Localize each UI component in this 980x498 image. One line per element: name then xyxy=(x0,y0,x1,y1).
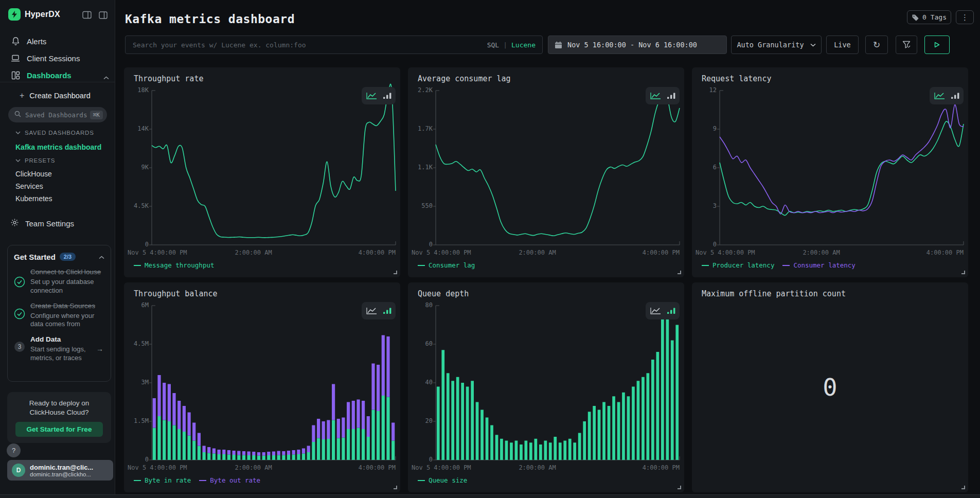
chart-panel-request-latency: Request latency129630Nov 5 4:00:00 PM2:0… xyxy=(692,67,968,277)
create-dashboard-button[interactable]: + Create Dashboard xyxy=(20,90,91,101)
sidebar-item-label: Client Sessions xyxy=(27,54,80,63)
sidebar-item-dashboards[interactable]: Dashboards xyxy=(0,68,115,82)
chevron-down-icon xyxy=(15,159,21,162)
panel-collapse-icon[interactable] xyxy=(99,11,108,21)
legend-label: Byte in rate xyxy=(145,476,191,484)
resize-handle-icon[interactable] xyxy=(961,486,965,489)
get-started-step-add-data[interactable]: 3 Add Data Start sending logs, metrics, … xyxy=(14,335,104,363)
bar-chart-icon[interactable] xyxy=(383,307,392,315)
lucene-mode-toggle[interactable]: Lucene xyxy=(511,41,536,49)
legend-item: Byte out rate xyxy=(199,476,260,484)
legend-dash xyxy=(782,265,790,266)
chart-legend: Message throughput xyxy=(134,261,214,269)
shortcut-badge: ⌘K xyxy=(90,111,103,119)
tag-icon xyxy=(912,14,919,21)
get-started-free-button[interactable]: Get Started for Free xyxy=(15,422,103,437)
legend-dash xyxy=(418,480,425,481)
user-name: dominic.tran@clic... xyxy=(30,464,93,471)
x-axis-tick-label: 4:00:00 PM xyxy=(359,249,396,256)
granularity-value: Auto Granularity xyxy=(737,41,804,49)
chart-type-toggle xyxy=(646,87,680,104)
sidebar-item-label: Alerts xyxy=(27,37,46,46)
line-chart-icon[interactable] xyxy=(650,307,662,315)
event-search-input[interactable] xyxy=(126,41,542,49)
bar-chart-icon[interactable] xyxy=(951,92,960,100)
x-axis-tick-label: Nov 5 4:00:00 PM xyxy=(128,249,187,256)
more-options-button[interactable]: ⋮ xyxy=(956,10,974,24)
granularity-select[interactable]: Auto Granularity xyxy=(731,35,822,54)
live-button[interactable]: Live xyxy=(826,35,859,54)
x-axis-tick-label: 2:00:00 AM xyxy=(519,249,556,256)
line-chart-icon[interactable] xyxy=(366,307,378,315)
bottom-edge xyxy=(0,494,980,498)
presets-section-header[interactable]: PRESETS xyxy=(15,157,55,164)
chart-legend: Queue size xyxy=(418,476,467,484)
sidebar-item-kafka-metrics-dashboard[interactable]: Kafka metrics dashboard xyxy=(15,143,101,151)
cloud-card-text-line1: Ready to deploy on xyxy=(7,399,111,408)
legend-label: Queue size xyxy=(429,476,467,484)
laptop-icon xyxy=(10,54,21,62)
arrow-right-icon: → xyxy=(96,345,103,353)
chart-panel-max-offline-partition-count: Maximum offline partition count0 xyxy=(692,282,968,492)
tags-button[interactable]: 0 Tags xyxy=(907,10,951,24)
get-started-step-connect[interactable]: Connect to ClickHouse Set up your databa… xyxy=(14,268,104,295)
legend-label: Consumer lag xyxy=(429,261,475,269)
bell-icon xyxy=(10,37,21,46)
saved-dashboards-search[interactable]: ⌘K xyxy=(8,107,107,122)
search-icon xyxy=(14,110,21,119)
bar-chart-icon[interactable] xyxy=(383,92,392,100)
x-axis-tick-label: 2:00:00 AM xyxy=(519,464,556,471)
filter-button[interactable] xyxy=(896,35,917,54)
legend-label: Message throughput xyxy=(145,261,214,269)
chart-panel-queue-depth: Queue depth806040200Nov 5 4:00:00 PM2:00… xyxy=(408,282,684,492)
chevron-up-icon[interactable] xyxy=(99,252,104,261)
resize-handle-icon[interactable] xyxy=(961,271,965,274)
x-axis-tick-label: 2:00:00 AM xyxy=(235,464,272,471)
legend-item: Producer latency xyxy=(702,261,774,269)
chevron-down-icon xyxy=(810,43,816,47)
sidebar-item-kubernetes[interactable]: Kubernetes xyxy=(15,194,52,203)
bar-chart-icon[interactable] xyxy=(667,92,676,100)
run-query-button[interactable] xyxy=(924,35,950,54)
bar-chart-icon[interactable] xyxy=(667,307,676,315)
legend-dash xyxy=(418,265,425,266)
line-chart-icon[interactable] xyxy=(934,92,946,100)
sidebar-item-client-sessions[interactable]: Client Sessions xyxy=(0,51,115,65)
chart-panel-throughput-balance: Throughput balance6M4.5M3M1.5M0Nov 5 4:0… xyxy=(124,282,400,492)
dashboard-grid: Throughput rate18K14K9K4.5K0Nov 5 4:00:0… xyxy=(124,67,968,492)
presets-label: PRESETS xyxy=(25,157,55,164)
user-menu[interactable]: D dominic.tran@clic... dominic.tran@clic… xyxy=(7,460,113,481)
get-started-step-sources[interactable]: Create Data Sources Configure where your… xyxy=(14,302,104,329)
resize-handle-icon[interactable] xyxy=(678,271,681,274)
legend-item: Message throughput xyxy=(134,261,214,269)
sidebar-item-clickhouse[interactable]: ClickHouse xyxy=(15,170,52,178)
chevron-up-icon[interactable] xyxy=(103,73,109,82)
chevron-down-icon xyxy=(15,131,21,134)
check-circle-icon xyxy=(14,268,25,295)
sidebar-item-team-settings[interactable]: Team Settings xyxy=(10,217,74,229)
sidebar-collapse-icon[interactable] xyxy=(82,11,92,21)
gear-icon xyxy=(10,218,19,229)
hyperdx-logo-icon xyxy=(8,8,21,21)
saved-dashboards-search-input[interactable] xyxy=(25,111,90,119)
help-button[interactable]: ? xyxy=(7,443,21,457)
user-email: dominic.tran@clickho... xyxy=(30,471,93,477)
saved-dashboards-section-header[interactable]: SAVED DASHBOARDS xyxy=(15,130,94,136)
legend-dash xyxy=(134,480,141,481)
tags-label: 0 Tags xyxy=(922,13,947,21)
resize-handle-icon[interactable] xyxy=(678,486,681,489)
legend-dash xyxy=(199,480,206,481)
legend-item: Queue size xyxy=(418,476,467,484)
resize-handle-icon[interactable] xyxy=(394,271,397,274)
chart-type-toggle xyxy=(646,302,680,319)
line-chart-icon[interactable] xyxy=(366,92,378,100)
sql-mode-toggle[interactable]: SQL xyxy=(487,41,499,49)
line-chart-icon[interactable] xyxy=(650,92,662,100)
date-range-picker[interactable]: Nov 5 16:00:00 - Nov 6 16:00:00 xyxy=(548,35,727,54)
step-desc: Configure where your data comes from xyxy=(30,312,104,329)
chart-type-toggle xyxy=(362,87,396,104)
refresh-button[interactable]: ↻ xyxy=(865,35,888,54)
sidebar-item-alerts[interactable]: Alerts xyxy=(0,34,115,48)
sidebar-item-services[interactable]: Services xyxy=(15,182,43,190)
resize-handle-icon[interactable] xyxy=(394,486,397,489)
